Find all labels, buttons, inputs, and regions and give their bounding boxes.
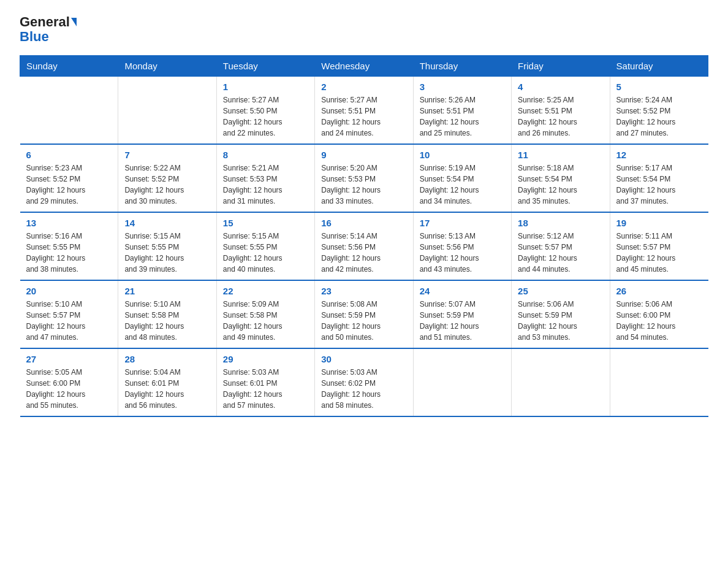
- day-number: 26: [616, 286, 702, 296]
- week-row-1: 1Sunrise: 5:27 AM Sunset: 5:50 PM Daylig…: [20, 77, 708, 145]
- day-number: 23: [321, 286, 406, 296]
- week-row-3: 13Sunrise: 5:16 AM Sunset: 5:55 PM Dayli…: [20, 212, 708, 280]
- day-number: 11: [518, 150, 603, 160]
- week-row-4: 20Sunrise: 5:10 AM Sunset: 5:57 PM Dayli…: [20, 280, 708, 348]
- day-number: 2: [321, 82, 406, 92]
- calendar-cell: 4Sunrise: 5:25 AM Sunset: 5:51 PM Daylig…: [512, 77, 610, 145]
- day-info: Sunrise: 5:12 AM Sunset: 5:57 PM Dayligh…: [518, 231, 603, 275]
- day-number: 9: [321, 150, 406, 160]
- weekday-header-thursday: Thursday: [413, 56, 511, 77]
- day-number: 12: [616, 150, 702, 160]
- logo-triangle-icon: [71, 18, 77, 26]
- logo-blue: Blue: [20, 29, 49, 44]
- day-number: 27: [26, 354, 112, 364]
- day-number: 13: [26, 218, 112, 228]
- week-row-2: 6Sunrise: 5:23 AM Sunset: 5:52 PM Daylig…: [20, 144, 708, 212]
- calendar-cell: 23Sunrise: 5:08 AM Sunset: 5:59 PM Dayli…: [315, 280, 413, 348]
- day-info: Sunrise: 5:06 AM Sunset: 5:59 PM Dayligh…: [518, 299, 603, 343]
- calendar-cell: 16Sunrise: 5:14 AM Sunset: 5:56 PM Dayli…: [315, 212, 413, 280]
- day-info: Sunrise: 5:11 AM Sunset: 5:57 PM Dayligh…: [616, 231, 702, 275]
- week-row-5: 27Sunrise: 5:05 AM Sunset: 6:00 PM Dayli…: [20, 348, 708, 416]
- calendar-body: 1Sunrise: 5:27 AM Sunset: 5:50 PM Daylig…: [20, 77, 708, 417]
- day-info: Sunrise: 5:17 AM Sunset: 5:54 PM Dayligh…: [616, 163, 702, 207]
- calendar-cell: 30Sunrise: 5:03 AM Sunset: 6:02 PM Dayli…: [315, 348, 413, 416]
- day-info: Sunrise: 5:03 AM Sunset: 6:02 PM Dayligh…: [321, 367, 406, 411]
- day-info: Sunrise: 5:19 AM Sunset: 5:54 PM Dayligh…: [420, 163, 505, 207]
- day-info: Sunrise: 5:08 AM Sunset: 5:59 PM Dayligh…: [321, 299, 406, 343]
- day-number: 21: [124, 286, 210, 296]
- day-number: 3: [420, 82, 505, 92]
- day-number: 15: [223, 218, 308, 228]
- day-info: Sunrise: 5:05 AM Sunset: 6:00 PM Dayligh…: [26, 367, 112, 411]
- day-number: 16: [321, 218, 406, 228]
- day-info: Sunrise: 5:04 AM Sunset: 6:01 PM Dayligh…: [124, 367, 210, 411]
- page-header: General Blue: [20, 15, 708, 44]
- calendar-cell: 8Sunrise: 5:21 AM Sunset: 5:53 PM Daylig…: [216, 144, 314, 212]
- calendar-cell: 7Sunrise: 5:22 AM Sunset: 5:52 PM Daylig…: [118, 144, 216, 212]
- day-number: 25: [518, 286, 603, 296]
- calendar-cell: 10Sunrise: 5:19 AM Sunset: 5:54 PM Dayli…: [413, 144, 511, 212]
- weekday-header-sunday: Sunday: [20, 56, 118, 77]
- day-info: Sunrise: 5:27 AM Sunset: 5:51 PM Dayligh…: [321, 94, 406, 139]
- calendar-cell: 27Sunrise: 5:05 AM Sunset: 6:00 PM Dayli…: [20, 348, 118, 416]
- day-info: Sunrise: 5:10 AM Sunset: 5:57 PM Dayligh…: [26, 299, 112, 343]
- day-info: Sunrise: 5:23 AM Sunset: 5:52 PM Dayligh…: [26, 163, 112, 207]
- day-info: Sunrise: 5:09 AM Sunset: 5:58 PM Dayligh…: [223, 299, 308, 343]
- day-number: 30: [321, 354, 406, 364]
- day-info: Sunrise: 5:15 AM Sunset: 5:55 PM Dayligh…: [223, 231, 308, 275]
- calendar-cell: 20Sunrise: 5:10 AM Sunset: 5:57 PM Dayli…: [20, 280, 118, 348]
- day-info: Sunrise: 5:14 AM Sunset: 5:56 PM Dayligh…: [321, 231, 406, 275]
- calendar-cell: 29Sunrise: 5:03 AM Sunset: 6:01 PM Dayli…: [216, 348, 314, 416]
- weekday-header-tuesday: Tuesday: [216, 56, 314, 77]
- day-number: 5: [616, 82, 702, 92]
- day-number: 6: [26, 150, 112, 160]
- calendar-cell: 22Sunrise: 5:09 AM Sunset: 5:58 PM Dayli…: [216, 280, 314, 348]
- day-info: Sunrise: 5:13 AM Sunset: 5:56 PM Dayligh…: [420, 231, 505, 275]
- day-info: Sunrise: 5:06 AM Sunset: 6:00 PM Dayligh…: [616, 299, 702, 343]
- day-info: Sunrise: 5:25 AM Sunset: 5:51 PM Dayligh…: [518, 94, 603, 139]
- day-number: 7: [124, 150, 210, 160]
- calendar-table: SundayMondayTuesdayWednesdayThursdayFrid…: [20, 55, 708, 417]
- day-info: Sunrise: 5:24 AM Sunset: 5:52 PM Dayligh…: [616, 94, 702, 139]
- calendar-cell: 14Sunrise: 5:15 AM Sunset: 5:55 PM Dayli…: [118, 212, 216, 280]
- weekday-header-wednesday: Wednesday: [315, 56, 413, 77]
- calendar-cell: 9Sunrise: 5:20 AM Sunset: 5:53 PM Daylig…: [315, 144, 413, 212]
- logo-general: General: [20, 15, 70, 29]
- calendar-cell: 5Sunrise: 5:24 AM Sunset: 5:52 PM Daylig…: [610, 77, 708, 145]
- day-info: Sunrise: 5:15 AM Sunset: 5:55 PM Dayligh…: [124, 231, 210, 275]
- calendar-cell: 15Sunrise: 5:15 AM Sunset: 5:55 PM Dayli…: [216, 212, 314, 280]
- header-row: SundayMondayTuesdayWednesdayThursdayFrid…: [20, 56, 708, 77]
- calendar-header: SundayMondayTuesdayWednesdayThursdayFrid…: [20, 56, 708, 77]
- calendar-cell: [413, 348, 511, 416]
- calendar-cell: [512, 348, 610, 416]
- day-info: Sunrise: 5:03 AM Sunset: 6:01 PM Dayligh…: [223, 367, 308, 411]
- day-number: 19: [616, 218, 702, 228]
- day-info: Sunrise: 5:18 AM Sunset: 5:54 PM Dayligh…: [518, 163, 603, 207]
- calendar-cell: 17Sunrise: 5:13 AM Sunset: 5:56 PM Dayli…: [413, 212, 511, 280]
- day-info: Sunrise: 5:20 AM Sunset: 5:53 PM Dayligh…: [321, 163, 406, 207]
- calendar-cell: [20, 77, 118, 145]
- day-info: Sunrise: 5:10 AM Sunset: 5:58 PM Dayligh…: [124, 299, 210, 343]
- logo: General Blue: [20, 15, 77, 44]
- day-number: 28: [124, 354, 210, 364]
- day-info: Sunrise: 5:22 AM Sunset: 5:52 PM Dayligh…: [124, 163, 210, 207]
- calendar-cell: 24Sunrise: 5:07 AM Sunset: 5:59 PM Dayli…: [413, 280, 511, 348]
- day-number: 20: [26, 286, 112, 296]
- day-number: 4: [518, 82, 603, 92]
- weekday-header-saturday: Saturday: [610, 56, 708, 77]
- day-number: 14: [124, 218, 210, 228]
- calendar-cell: 26Sunrise: 5:06 AM Sunset: 6:00 PM Dayli…: [610, 280, 708, 348]
- day-info: Sunrise: 5:07 AM Sunset: 5:59 PM Dayligh…: [420, 299, 505, 343]
- day-number: 1: [223, 82, 308, 92]
- day-number: 8: [223, 150, 308, 160]
- calendar-cell: 12Sunrise: 5:17 AM Sunset: 5:54 PM Dayli…: [610, 144, 708, 212]
- day-number: 17: [420, 218, 505, 228]
- calendar-cell: 25Sunrise: 5:06 AM Sunset: 5:59 PM Dayli…: [512, 280, 610, 348]
- weekday-header-friday: Friday: [512, 56, 610, 77]
- calendar-cell: 1Sunrise: 5:27 AM Sunset: 5:50 PM Daylig…: [216, 77, 314, 145]
- day-number: 29: [223, 354, 308, 364]
- calendar-cell: 3Sunrise: 5:26 AM Sunset: 5:51 PM Daylig…: [413, 77, 511, 145]
- day-number: 24: [420, 286, 505, 296]
- calendar-cell: 21Sunrise: 5:10 AM Sunset: 5:58 PM Dayli…: [118, 280, 216, 348]
- calendar-cell: 28Sunrise: 5:04 AM Sunset: 6:01 PM Dayli…: [118, 348, 216, 416]
